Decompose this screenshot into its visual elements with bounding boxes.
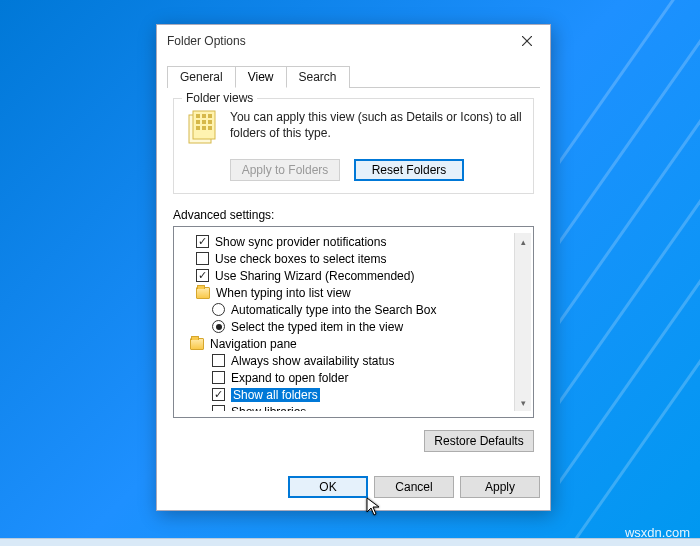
checkbox-icon[interactable] — [212, 371, 225, 384]
svg-rect-5 — [202, 114, 206, 118]
checkbox-icon[interactable] — [212, 354, 225, 367]
tree-item[interactable]: Show sync provider notifications — [180, 233, 514, 250]
scroll-down-icon[interactable]: ▾ — [515, 394, 531, 411]
svg-rect-12 — [208, 126, 212, 130]
tree-item[interactable]: Always show availability status — [180, 352, 514, 369]
radio-icon[interactable] — [212, 303, 225, 316]
desktop-decoration — [560, 0, 700, 546]
scroll-up-icon[interactable]: ▴ — [515, 233, 531, 250]
tree-item-label: Show sync provider notifications — [215, 235, 386, 249]
svg-rect-4 — [196, 114, 200, 118]
tree-item-label: Use check boxes to select items — [215, 252, 386, 266]
checkbox-icon[interactable] — [196, 235, 209, 248]
apply-to-folders-button: Apply to Folders — [230, 159, 340, 181]
ok-button[interactable]: OK — [288, 476, 368, 498]
taskbar — [0, 538, 700, 546]
svg-rect-11 — [202, 126, 206, 130]
tree-item[interactable]: Automatically type into the Search Box — [180, 301, 514, 318]
tab-general[interactable]: General — [167, 66, 236, 88]
close-button[interactable] — [504, 25, 550, 57]
tree-item-label: Automatically type into the Search Box — [231, 303, 436, 317]
folder-icon — [196, 287, 210, 299]
radio-icon[interactable] — [212, 320, 225, 333]
tree-item-label: When typing into list view — [216, 286, 351, 300]
tree-item-label: Expand to open folder — [231, 371, 348, 385]
tree-item-label: Show libraries — [231, 405, 306, 412]
titlebar: Folder Options — [157, 25, 550, 57]
tab-strip: General View Search — [167, 65, 540, 88]
folder-icon — [190, 338, 204, 350]
advanced-settings-label: Advanced settings: — [173, 208, 534, 222]
tree-item-label: Show all folders — [231, 388, 320, 402]
tree-item-label: Use Sharing Wizard (Recommended) — [215, 269, 414, 283]
scrollbar[interactable]: ▴ ▾ — [514, 233, 531, 411]
svg-rect-6 — [208, 114, 212, 118]
svg-rect-10 — [196, 126, 200, 130]
svg-rect-9 — [208, 120, 212, 124]
reset-folders-button[interactable]: Reset Folders — [354, 159, 464, 181]
folder-views-group: Folder views You can apply this view (su… — [173, 98, 534, 194]
window-title: Folder Options — [167, 34, 246, 48]
tree-item[interactable]: Use check boxes to select items — [180, 250, 514, 267]
checkbox-icon[interactable] — [212, 388, 225, 401]
tree-item-label: Always show availability status — [231, 354, 394, 368]
tree-item[interactable]: Select the typed item in the view — [180, 318, 514, 335]
checkbox-icon[interactable] — [196, 252, 209, 265]
tree-item[interactable]: Expand to open folder — [180, 369, 514, 386]
cancel-button[interactable]: Cancel — [374, 476, 454, 498]
folder-options-dialog: Folder Options General View Search Folde… — [156, 24, 551, 511]
restore-defaults-button[interactable]: Restore Defaults — [424, 430, 534, 452]
tree-item[interactable]: When typing into list view — [180, 284, 514, 301]
tree-item[interactable]: Navigation pane — [180, 335, 514, 352]
folder-views-icon — [184, 109, 220, 149]
folder-views-legend: Folder views — [182, 91, 257, 105]
checkbox-icon[interactable] — [212, 405, 225, 411]
tree-item[interactable]: Use Sharing Wizard (Recommended) — [180, 267, 514, 284]
svg-rect-8 — [202, 120, 206, 124]
advanced-settings-tree: Show sync provider notifications Use che… — [173, 226, 534, 418]
tree-item-label: Select the typed item in the view — [231, 320, 403, 334]
folder-views-description: You can apply this view (such as Details… — [230, 109, 523, 149]
dialog-button-row: OK Cancel Apply — [157, 466, 550, 510]
apply-button[interactable]: Apply — [460, 476, 540, 498]
tree-item-selected[interactable]: Show all folders — [180, 386, 514, 403]
tree-item[interactable]: Show libraries — [180, 403, 514, 411]
svg-rect-7 — [196, 120, 200, 124]
tab-view[interactable]: View — [235, 66, 287, 88]
tab-search[interactable]: Search — [286, 66, 350, 88]
checkbox-icon[interactable] — [196, 269, 209, 282]
watermark: wsxdn.com — [625, 525, 690, 540]
tree-item-label: Navigation pane — [210, 337, 297, 351]
